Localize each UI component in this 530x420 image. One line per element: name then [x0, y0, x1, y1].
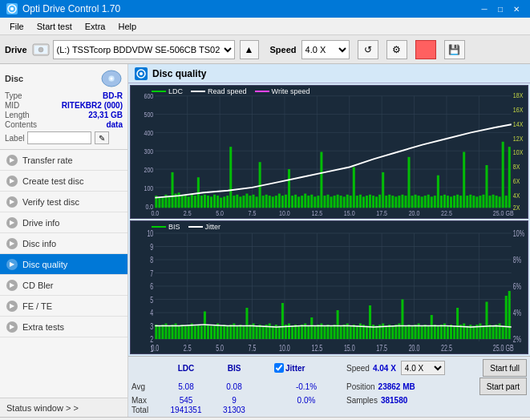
start-full-button[interactable]: Start full	[483, 359, 527, 377]
disc-label-edit-button[interactable]: ✎	[95, 131, 109, 144]
disc-label-input[interactable]	[27, 131, 91, 144]
sidebar-item-create-test-disc[interactable]: ▶ Create test disc	[0, 171, 127, 192]
speed-select-stats[interactable]: 4.0 X	[401, 361, 445, 375]
legend-write-speed-label: Write speed	[272, 87, 310, 95]
svg-rect-74	[256, 196, 258, 208]
maximize-button[interactable]: □	[493, 2, 508, 15]
svg-rect-53	[188, 196, 190, 208]
sidebar-item-verify-test-disc[interactable]: ▶ Verify test disc	[0, 192, 127, 212]
svg-rect-99	[337, 195, 339, 208]
svg-rect-67	[233, 196, 235, 208]
menubar: File Start test Extra Help	[0, 18, 530, 35]
svg-text:17.5: 17.5	[376, 344, 387, 353]
legend-jitter: Jitter	[188, 223, 221, 231]
svg-text:6%: 6%	[513, 282, 521, 292]
close-button[interactable]: ✕	[509, 2, 524, 15]
svg-rect-66	[229, 147, 232, 208]
svg-rect-73	[253, 195, 255, 208]
save-button[interactable]: 💾	[444, 40, 465, 59]
drive-select[interactable]: (L:) TSSTcorp BDDVDW SE-506CB TS02	[53, 40, 235, 59]
start-part-button[interactable]: Start part	[479, 378, 527, 395]
svg-rect-101	[343, 196, 346, 208]
svg-rect-152	[508, 147, 511, 208]
svg-rect-258	[350, 326, 352, 340]
disc-contents-row: Contents data	[5, 120, 123, 129]
svg-text:14X: 14X	[513, 120, 524, 128]
legend-ldc: LDC	[152, 87, 183, 95]
svg-text:12.5: 12.5	[311, 210, 322, 218]
svg-rect-234	[272, 326, 274, 340]
svg-rect-95	[323, 196, 326, 208]
disc-length-label: Length	[5, 111, 30, 119]
svg-rect-255	[340, 326, 342, 340]
eject-button[interactable]: ▲	[240, 40, 259, 59]
svg-rect-128	[431, 196, 433, 208]
svg-rect-115	[388, 195, 390, 208]
svg-rect-59	[207, 196, 209, 208]
jitter-checkbox[interactable]	[274, 363, 284, 373]
svg-rect-150	[502, 142, 504, 208]
menu-extra[interactable]: Extra	[79, 20, 112, 33]
speed-header-label: Speed	[346, 364, 370, 373]
svg-rect-278	[415, 325, 417, 339]
sidebar-menu: ▶ Transfer rate ▶ Create test disc ▶ Ver…	[0, 150, 127, 398]
settings-button[interactable]: ⚙	[386, 40, 407, 59]
svg-text:17.5: 17.5	[376, 210, 387, 218]
svg-rect-117	[394, 196, 397, 208]
svg-rect-236	[278, 326, 281, 340]
svg-rect-151	[505, 196, 508, 208]
app-title: Opti Drive Control 1.70	[22, 3, 120, 14]
svg-text:12X: 12X	[513, 135, 524, 143]
menu-starttest[interactable]: Start test	[30, 20, 79, 33]
sidebar-item-disc-quality[interactable]: ▶ Disc quality	[0, 254, 127, 275]
svg-text:25.0 GB: 25.0 GB	[493, 210, 514, 218]
disc-quality-icon-header	[135, 67, 148, 80]
refresh-button[interactable]: ↺	[358, 40, 378, 59]
sidebar-item-drive-info[interactable]: ▶ Drive info	[0, 212, 127, 233]
disc-type-label: Type	[5, 91, 22, 100]
chart1: LDC Read speed Write speed	[130, 85, 528, 219]
svg-rect-285	[437, 326, 439, 340]
svg-text:18X: 18X	[513, 91, 524, 99]
max-jitter: 0.0%	[274, 396, 338, 405]
svg-rect-207	[184, 326, 187, 340]
menu-file[interactable]: File	[3, 20, 30, 33]
minimize-button[interactable]: ─	[477, 2, 492, 15]
svg-rect-94	[320, 152, 322, 208]
sidebar-item-extra-tests[interactable]: ▶ Extra tests	[0, 317, 127, 337]
svg-rect-216	[213, 325, 216, 339]
svg-rect-100	[340, 196, 342, 208]
svg-rect-135	[453, 196, 455, 208]
svg-rect-118	[398, 196, 400, 208]
legend-write-speed: Write speed	[255, 87, 310, 95]
sidebar-item-cd-bler[interactable]: ▶ CD Bler	[0, 275, 127, 296]
legend-bis-label: BIS	[168, 223, 180, 231]
sidebar-item-transfer-rate[interactable]: ▶ Transfer rate	[0, 150, 127, 171]
menu-help[interactable]: Help	[111, 20, 143, 33]
disc-section-title: Disc	[5, 74, 23, 83]
svg-text:25.0 GB: 25.0 GB	[493, 344, 514, 353]
titlebar-left: Opti Drive Control 1.70	[6, 3, 120, 14]
svg-rect-138	[463, 152, 465, 208]
sidebar-item-label: CD Bler	[22, 281, 54, 290]
chart2-legend: BIS Jitter	[152, 223, 220, 231]
svg-text:2X: 2X	[513, 204, 520, 212]
status-window-button[interactable]: Status window > >	[0, 398, 127, 417]
titlebar: Opti Drive Control 1.70 ─ □ ✕	[0, 0, 530, 18]
color-button[interactable]	[415, 40, 436, 59]
action-buttons: Start full	[483, 359, 527, 377]
titlebar-buttons: ─ □ ✕	[477, 2, 524, 15]
svg-rect-103	[350, 196, 352, 208]
sidebar-item-disc-info[interactable]: ▶ Disc info	[0, 233, 127, 254]
sidebar-item-fe-te[interactable]: ▶ FE / TE	[0, 296, 127, 317]
speed-select[interactable]: 4.0 X	[301, 40, 350, 59]
verify-test-disc-icon: ▶	[6, 196, 18, 208]
app-icon	[6, 3, 18, 14]
svg-rect-61	[213, 195, 216, 208]
svg-rect-110	[372, 196, 374, 208]
svg-rect-199	[158, 326, 160, 340]
svg-rect-247	[314, 326, 316, 340]
svg-rect-300	[485, 302, 488, 340]
svg-text:16X: 16X	[513, 106, 524, 114]
svg-rect-221	[229, 325, 232, 339]
